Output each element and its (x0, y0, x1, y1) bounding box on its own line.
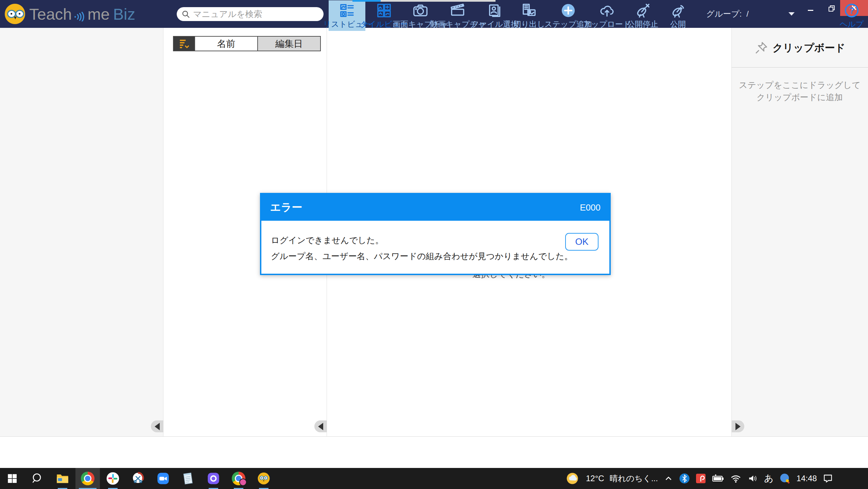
error-code: E000 (580, 202, 601, 213)
toolbar-add-step-button[interactable]: ステップ追加 (550, 0, 587, 31)
clip-label: 切り出し (513, 19, 545, 30)
list-sort-bar: 名前 編集日 (173, 36, 321, 51)
wifi-icon[interactable] (730, 473, 742, 484)
sort-icon (178, 38, 190, 50)
collapse-left-panel-button[interactable] (151, 420, 163, 432)
toolbar-upload-button[interactable]: アップロード (589, 0, 625, 31)
notepad-icon (181, 472, 195, 485)
file-select-icon (487, 3, 503, 18)
collapse-right-panel-button[interactable] (732, 420, 744, 432)
brand-biz: Biz (113, 5, 135, 23)
sound-wave-icon (72, 6, 86, 25)
taskbar-snipping-tool[interactable] (126, 468, 150, 489)
taskbar-teachme-biz[interactable] (251, 468, 276, 489)
toolbar-clip-button[interactable]: 切り出し (511, 0, 548, 31)
taskbar-zoom[interactable] (151, 468, 175, 489)
tile-view-icon (376, 3, 392, 18)
taskbar-slack[interactable] (101, 468, 125, 489)
taskbar-search-button[interactable] (25, 468, 50, 489)
taskbar-notepad[interactable] (176, 468, 201, 489)
show-hidden-icons-chevron[interactable] (663, 473, 674, 484)
group-value: / (746, 9, 749, 19)
toolbar-file-select-button[interactable]: ファイル選択 (476, 0, 513, 31)
upload-icon (599, 3, 615, 18)
help-button[interactable]: ? ヘルプ (833, 0, 868, 31)
search-placeholder: マニュアルを検索 (193, 8, 262, 20)
chrome-icon (81, 472, 94, 485)
windows-taskbar: 12°C 晴れのちく... あ (0, 468, 868, 489)
group-dropdown-caret[interactable] (788, 12, 795, 16)
screen-capture-icon (413, 3, 428, 18)
brand-teach: Teach (29, 5, 72, 23)
profile-badge (239, 478, 247, 486)
toolbar-unpublish-button[interactable]: 公開停止 (624, 0, 661, 31)
upload-label: アップロード (583, 19, 631, 30)
volume-icon[interactable] (747, 473, 759, 484)
brand-me: me (87, 5, 109, 23)
minimize-button[interactable] (801, 0, 820, 16)
taskbar-file-explorer[interactable] (50, 468, 75, 489)
app-logo: Teach me Biz (5, 3, 135, 25)
assistant-icon[interactable] (779, 472, 791, 485)
restore-icon (829, 5, 834, 11)
error-dialog-titlebar: エラー E000 (261, 194, 609, 221)
manual-search-box[interactable]: マニュアルを検索 (177, 7, 324, 21)
tray-weather[interactable]: 晴れのちく... (610, 473, 658, 484)
pin-app-icon[interactable] (695, 473, 706, 484)
clipboard-hint: ステップをここにドラッグして クリップボードに追加 (731, 79, 868, 103)
pushpin-icon (754, 41, 768, 55)
publish-label: 公開 (670, 19, 686, 30)
search-icon (181, 10, 190, 19)
triangle-left-icon (318, 423, 323, 430)
collapse-list-panel-button[interactable] (314, 420, 327, 432)
sort-by-name-button[interactable]: 名前 (194, 37, 257, 51)
snipping-tool-icon (131, 472, 145, 485)
start-button[interactable] (0, 468, 24, 489)
chrome-icon (232, 472, 245, 485)
sort-by-date-button[interactable]: 編集日 (257, 37, 320, 51)
error-message-line2: グループ名、ユーザー名、パスワードの組み合わせが見つかりませんでした。 (271, 248, 573, 264)
error-message: ログインできませんでした。 グループ名、ユーザー名、パスワードの組み合わせが見つ… (271, 232, 573, 264)
toolbar-publish-button[interactable]: 公開 (660, 0, 696, 31)
slack-icon (106, 472, 120, 485)
error-dialog-title: エラー (270, 200, 580, 215)
triangle-left-icon (155, 423, 160, 430)
publish-icon (670, 3, 686, 18)
windows-logo-icon (6, 473, 18, 484)
toolbar-video-capture-button[interactable]: 動画キャプチャ (439, 0, 476, 31)
top-progress-track (381, 0, 496, 2)
error-message-line1: ログインできませんでした。 (271, 232, 573, 248)
ime-indicator[interactable]: あ (764, 472, 774, 485)
app-window: Teach me Biz マニュアルを検索 グループ: / × (0, 0, 868, 489)
system-tray: 12°C 晴れのちく... あ (566, 468, 868, 489)
tray-clock[interactable]: 14:48 (797, 474, 817, 483)
unpublish-icon (635, 3, 650, 18)
folder-tree-panel (0, 28, 163, 436)
list-view-icon (339, 3, 355, 18)
clip-icon (521, 3, 537, 18)
group-indicator: グループ: / (706, 0, 749, 28)
battery-icon[interactable] (712, 473, 725, 484)
top-progress-bar (352, 0, 381, 2)
search-icon (31, 472, 44, 485)
taskbar-chrome-profile[interactable] (226, 468, 251, 489)
clipboard-hint-line2: クリップボードに追加 (731, 91, 868, 103)
clipboard-header: クリップボード (731, 33, 868, 63)
weather-icon (566, 471, 580, 486)
clipboard-title: クリップボード (772, 41, 845, 55)
loom-icon (207, 472, 220, 485)
taskbar-chrome[interactable] (75, 468, 100, 489)
zoom-icon (156, 472, 170, 485)
group-label: グループ: (706, 8, 742, 19)
taskbar-loom[interactable] (201, 468, 226, 489)
add-step-icon (560, 3, 576, 18)
svg-text:?: ? (849, 6, 854, 15)
help-label: ヘルプ (840, 19, 864, 30)
bluetooth-icon[interactable] (679, 473, 690, 484)
video-capture-icon (450, 3, 466, 18)
tray-temperature[interactable]: 12°C (586, 474, 604, 483)
owl-mascot-icon (5, 4, 25, 24)
sort-order-button[interactable] (174, 37, 194, 51)
ok-button[interactable]: OK (565, 233, 598, 251)
notification-center-icon[interactable] (822, 473, 833, 484)
